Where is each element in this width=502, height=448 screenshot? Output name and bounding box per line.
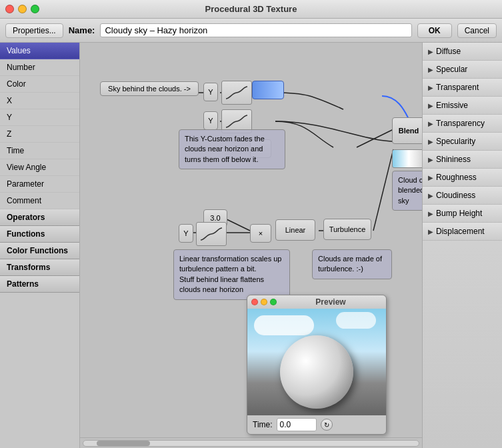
sidebar-item-comment[interactable]: Comment [0, 193, 79, 209]
preview-sphere [280, 335, 353, 409]
sidebar-item-time[interactable]: Time [0, 143, 79, 159]
node-blue-color[interactable] [252, 81, 284, 99]
sidebar-item-y[interactable]: Y [0, 109, 79, 126]
node-curve1[interactable] [221, 81, 252, 105]
sidebar-item-color[interactable]: Color [0, 76, 79, 93]
canvas-area[interactable]: Sky behind the clouds. -> Y Y [80, 43, 422, 448]
window-controls[interactable] [5, 5, 39, 13]
time-input[interactable] [277, 418, 317, 431]
arrow-icon: ▶ [428, 120, 433, 127]
right-panel-item-transparency[interactable]: ▶ Transparency [423, 115, 502, 133]
sidebar-section-operators[interactable]: Operators [0, 209, 79, 226]
node-multiply2[interactable]: × [250, 224, 271, 243]
name-input[interactable] [100, 23, 411, 37]
curve1-icon [225, 84, 249, 101]
title-bar: Procedural 3D Texture [0, 0, 502, 19]
node-y3[interactable]: Y [179, 224, 193, 243]
cancel-button[interactable]: Cancel [457, 23, 497, 38]
preview-close-button[interactable] [251, 299, 258, 305]
window-title: Procedural 3D Texture [205, 4, 297, 14]
right-panel-item-shininess[interactable]: ▶ Shininess [423, 151, 502, 169]
arrow-icon: ▶ [428, 156, 433, 163]
right-panel-item-specularity[interactable]: ▶ Specularity [423, 133, 502, 151]
curve3-icon [199, 225, 223, 243]
arrow-icon: ▶ [428, 48, 433, 55]
arrow-icon: ▶ [428, 66, 433, 73]
preview-window: Preview Time: ↻ [247, 295, 387, 435]
horizontal-scrollbar[interactable] [80, 437, 422, 448]
right-panel-item-displacement[interactable]: ▶ Displacement [423, 223, 502, 241]
sidebar-section-functions[interactable]: Functions [0, 226, 79, 243]
sidebar: Values Number Color X Y Z Time View Angl… [0, 43, 80, 448]
preview-cloud1 [254, 315, 314, 335]
maximize-button[interactable] [31, 5, 39, 13]
preview-image [247, 309, 386, 415]
sidebar-item-number[interactable]: Number [0, 59, 79, 76]
comment-custom: This Y-Custom fades the clouds near hori… [179, 129, 285, 169]
preview-title-bar: Preview [247, 295, 386, 309]
node-linear[interactable]: Linear [275, 219, 315, 241]
toolbar: Properties... Name: OK Cancel [0, 19, 502, 43]
comment-turbulence: Clouds are made of turbulence. :-) [312, 249, 392, 279]
main-area: Values Number Color X Y Z Time View Angl… [0, 43, 502, 448]
node-cloud-color-blend[interactable] [392, 149, 422, 168]
right-panel-item-transparent[interactable]: ▶ Transparent [423, 79, 502, 97]
sidebar-item-z[interactable]: Z [0, 126, 79, 143]
ok-button[interactable]: OK [417, 23, 452, 38]
arrow-icon: ▶ [428, 192, 433, 199]
arrow-icon: ▶ [428, 138, 433, 145]
curve2-icon [225, 113, 249, 130]
sidebar-item-values[interactable]: Values [0, 43, 79, 59]
refresh-button[interactable]: ↻ [321, 419, 333, 431]
preview-cloud2 [336, 312, 376, 329]
sidebar-item-viewangle[interactable]: View Angle [0, 159, 79, 176]
preview-maximize-button[interactable] [270, 299, 277, 305]
properties-button[interactable]: Properties... [5, 23, 63, 38]
arrow-icon: ▶ [428, 210, 433, 217]
name-label: Name: [69, 25, 95, 35]
close-button[interactable] [5, 5, 14, 13]
node-blend[interactable]: Blend [392, 117, 422, 144]
svg-line-5 [373, 149, 393, 231]
preview-minimize-button[interactable] [261, 299, 267, 305]
sidebar-item-x[interactable]: X [0, 93, 79, 109]
right-panel-item-diffuse[interactable]: ▶ Diffuse [423, 43, 502, 61]
right-panel-item-roughness[interactable]: ▶ Roughness [423, 169, 502, 187]
arrow-icon: ▶ [428, 174, 433, 181]
scroll-thumb[interactable] [97, 441, 150, 446]
time-label: Time: [253, 420, 273, 429]
right-panel-item-specular[interactable]: ▶ Specular [423, 61, 502, 79]
node-y1[interactable]: Y [203, 83, 218, 101]
scroll-track[interactable] [83, 440, 419, 447]
sidebar-section-transforms[interactable]: Transforms [0, 259, 79, 276]
node-curve3[interactable] [196, 222, 227, 246]
arrow-icon: ▶ [428, 228, 433, 235]
comment-linear: Linear transformation scales up turbulen… [173, 249, 290, 300]
arrow-icon: ▶ [428, 84, 433, 91]
right-panel-item-bumpheight[interactable]: ▶ Bump Height [423, 205, 502, 223]
node-y2[interactable]: Y [203, 111, 218, 130]
minimize-button[interactable] [18, 5, 27, 13]
right-panel: ▶ Diffuse ▶ Specular ▶ Transparent ▶ Emi… [422, 43, 502, 448]
right-panel-item-emissive[interactable]: ▶ Emissive [423, 97, 502, 115]
node-sky-behind[interactable]: Sky behind the clouds. -> [100, 81, 199, 96]
sidebar-section-patterns[interactable]: Patterns [0, 276, 79, 293]
sky-behind-label: Sky behind the clouds. -> [108, 85, 191, 93]
comment-cloud-colors: Cloud colors blended with the sky [392, 171, 422, 211]
preview-footer: Time: ↻ [247, 415, 386, 434]
svg-line-8 [227, 219, 250, 231]
svg-line-3 [357, 129, 393, 147]
right-panel-item-cloudiness[interactable]: ▶ Cloudiness [423, 187, 502, 205]
sidebar-section-colorfunctions[interactable]: Color Functions [0, 243, 79, 259]
preview-title: Preview [279, 297, 382, 307]
arrow-icon: ▶ [428, 102, 433, 109]
sidebar-item-parameter[interactable]: Parameter [0, 176, 79, 193]
node-turbulence[interactable]: Turbulence [323, 219, 371, 240]
